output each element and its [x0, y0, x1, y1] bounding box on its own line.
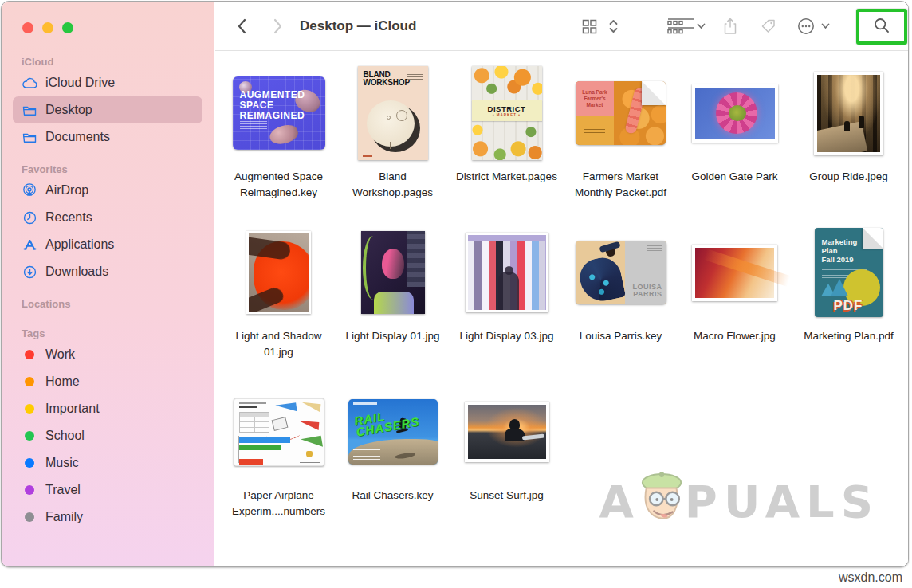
file-item-light-and-shadow[interactable]: Light and Shadow 01.jpg: [222, 222, 336, 382]
file-item-bland-workshop[interactable]: BLANDWORKSHOP Bland Workshop.pages: [336, 63, 450, 222]
sidebar-tag-work[interactable]: Work: [13, 341, 202, 368]
file-item-sunset-surf[interactable]: Sunset Surf.jpg: [450, 382, 564, 541]
applications-icon: [21, 237, 38, 252]
pdf-badge: PDF: [834, 298, 863, 314]
tag-label: Music: [45, 456, 79, 470]
sidebar-item-label: AirDrop: [45, 183, 88, 198]
tag-label: Important: [45, 402, 100, 416]
tag-label: Work: [45, 347, 75, 362]
chevron-down-icon: [820, 2, 831, 51]
finder-window: iCloud iCloud Drive Desktop Documents Fa…: [1, 1, 909, 567]
sidebar-tag-school[interactable]: School: [13, 422, 202, 449]
file-thumbnail: LOUISAPARRIS: [576, 241, 666, 304]
tag-dot-icon: [25, 350, 34, 359]
file-item-farmers-market[interactable]: Luna ParkFarmer's Market Farmers Market …: [564, 63, 678, 222]
section-header-locations: Locations: [2, 298, 214, 312]
main-area: Desktop — iCloud: [215, 2, 908, 566]
file-item-augmented-space[interactable]: AUGMENTEDSPACEREIMAGINED Augmented Space…: [222, 63, 336, 222]
sidebar-tag-important[interactable]: Important: [13, 395, 202, 422]
file-thumbnail: DISTRICT• MARKET •: [472, 66, 542, 160]
file-item-light-display-01[interactable]: Light Display 01.jpg: [336, 222, 450, 382]
zoom-button[interactable]: [62, 22, 73, 33]
tag-label: School: [45, 429, 85, 443]
file-name: District Market.pages: [456, 169, 557, 185]
tag-dot-icon: [25, 377, 34, 386]
sidebar-item-icloud-drive[interactable]: iCloud Drive: [13, 69, 202, 96]
section-header-tags: Tags: [2, 327, 214, 341]
folded-corner: [642, 81, 666, 105]
file-item-marketing-plan[interactable]: MarketingPlanFall 2019 PDF Marketing Pla…: [792, 222, 906, 382]
file-item-district-market[interactable]: DISTRICT• MARKET • District Market.pages: [450, 63, 564, 222]
tag-label: Family: [45, 510, 83, 524]
file-name: Sunset Surf.jpg: [470, 488, 543, 504]
traffic-lights: [2, 2, 214, 43]
sidebar-tag-home[interactable]: Home: [13, 368, 202, 395]
sidebar: iCloud iCloud Drive Desktop Documents Fa…: [2, 2, 214, 566]
back-button[interactable]: [233, 2, 252, 51]
tag-dot-icon: [25, 485, 34, 495]
section-header-icloud: iCloud: [2, 56, 214, 69]
group-by-button[interactable]: [666, 2, 695, 51]
file-thumbnail: [814, 72, 883, 155]
sidebar-tag-travel[interactable]: Travel: [13, 476, 202, 504]
file-item-macro-flower[interactable]: Macro Flower.jpg: [678, 222, 792, 382]
tag-dot-icon: [25, 431, 34, 441]
file-item-louisa-parris[interactable]: LOUISAPARRIS Louisa Parris.key: [564, 222, 678, 382]
file-thumbnail: MarketingPlanFall 2019 PDF: [815, 228, 883, 317]
file-name: Group Ride.jpeg: [809, 169, 887, 185]
clock-icon: [21, 210, 38, 225]
file-name: Augmented Space Reimagined.key: [224, 169, 334, 201]
file-name: Light and Shadow 01.jpg: [224, 328, 334, 360]
tag-dot-icon: [25, 404, 34, 414]
tag-label: Travel: [45, 483, 81, 497]
folder-icon: [21, 130, 38, 144]
grid-view-button[interactable]: [579, 2, 599, 51]
more-button[interactable]: [796, 2, 816, 51]
file-thumbnail: AUGMENTEDSPACEREIMAGINED: [233, 76, 325, 150]
file-name: Paper Airplane Experim....numbers: [224, 488, 334, 519]
file-name: Marketing Plan.pdf: [804, 328, 894, 344]
site-credit: wsxdn.com: [839, 570, 902, 585]
file-thumbnail: [692, 84, 778, 143]
share-button[interactable]: [721, 2, 740, 51]
tag-dot-icon: [25, 458, 34, 468]
sidebar-item-desktop[interactable]: Desktop: [13, 96, 202, 123]
search-button[interactable]: [856, 9, 907, 45]
airdrop-icon: [21, 183, 38, 198]
close-button[interactable]: [22, 22, 33, 33]
sidebar-item-downloads[interactable]: Downloads: [13, 258, 202, 285]
file-name: Golden Gate Park: [691, 169, 777, 185]
file-name: Louisa Parris.key: [580, 328, 662, 344]
sidebar-item-label: Applications: [45, 237, 114, 252]
folder-icon: [21, 103, 38, 117]
view-stepper-icon[interactable]: [606, 2, 620, 51]
chevron-down-icon: [695, 2, 706, 51]
file-name: Farmers Market Monthly Packet.pdf: [566, 169, 676, 201]
file-item-light-display-03[interactable]: Light Display 03.jpg: [450, 222, 564, 382]
sidebar-tag-family[interactable]: Family: [13, 504, 202, 531]
sidebar-item-applications[interactable]: Applications: [13, 231, 202, 258]
search-icon: [873, 17, 890, 37]
toolbar: Desktop — iCloud: [215, 2, 908, 51]
sidebar-item-documents[interactable]: Documents: [13, 123, 202, 151]
tag-button[interactable]: [759, 2, 778, 51]
file-item-golden-gate-park[interactable]: Golden Gate Park: [678, 63, 792, 222]
file-name: Bland Workshop.pages: [338, 169, 448, 201]
tag-dot-icon: [25, 512, 34, 522]
sidebar-item-label: Desktop: [45, 103, 92, 117]
file-name: Light Display 03.jpg: [460, 328, 554, 344]
sidebar-tag-music[interactable]: Music: [13, 449, 202, 476]
cloud-icon: [21, 76, 38, 90]
file-thumbnail: [465, 402, 549, 462]
minimize-button[interactable]: [42, 22, 53, 33]
file-thumbnail: [246, 231, 311, 314]
sidebar-item-airdrop[interactable]: AirDrop: [13, 177, 202, 204]
file-item-rail-chasers[interactable]: RAILCHASERS Rail Chasers.key: [336, 382, 450, 541]
sidebar-item-recents[interactable]: Recents: [13, 204, 202, 231]
file-item-group-ride[interactable]: Group Ride.jpeg: [792, 63, 906, 222]
file-thumbnail: [361, 231, 425, 314]
forward-button[interactable]: [268, 2, 287, 51]
sidebar-item-label: iCloud Drive: [45, 76, 115, 90]
sidebar-item-label: Downloads: [45, 265, 108, 279]
file-item-paper-airplane[interactable]: Paper Airplane Experim....numbers: [222, 382, 336, 541]
